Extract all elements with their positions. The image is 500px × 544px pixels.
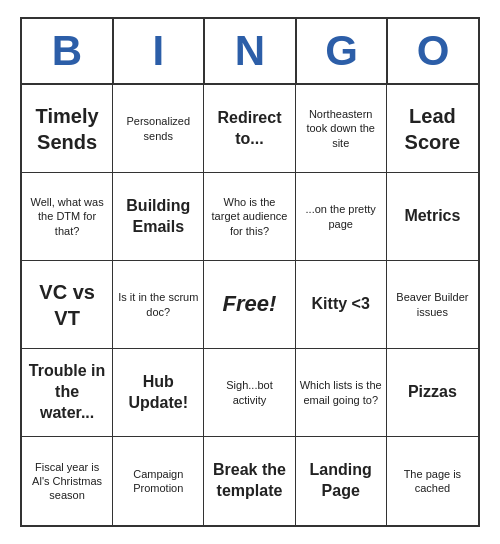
- bingo-cell-12: Free!: [204, 261, 295, 349]
- bingo-cell-20: Fiscal year is Al's Christmas season: [22, 437, 113, 525]
- bingo-cell-23: Landing Page: [296, 437, 387, 525]
- bingo-cell-6: Building Emails: [113, 173, 204, 261]
- bingo-cell-14: Beaver Builder issues: [387, 261, 478, 349]
- bingo-cell-0: Timely Sends: [22, 85, 113, 173]
- bingo-cell-21: Campaign Promotion: [113, 437, 204, 525]
- bingo-cell-13: Kitty <3: [296, 261, 387, 349]
- bingo-grid: Timely SendsPersonalized sendsRedirect t…: [22, 85, 478, 525]
- bingo-cell-24: The page is cached: [387, 437, 478, 525]
- header-letter-B: B: [22, 19, 114, 85]
- bingo-cell-9: Metrics: [387, 173, 478, 261]
- bingo-cell-2: Redirect to...: [204, 85, 295, 173]
- bingo-cell-4: Lead Score: [387, 85, 478, 173]
- bingo-cell-1: Personalized sends: [113, 85, 204, 173]
- bingo-cell-7: Who is the target audience for this?: [204, 173, 295, 261]
- header-letter-O: O: [388, 19, 478, 85]
- bingo-header: BINGO: [22, 19, 478, 85]
- bingo-card: BINGO Timely SendsPersonalized sendsRedi…: [20, 17, 480, 527]
- bingo-cell-18: Which lists is the email going to?: [296, 349, 387, 437]
- bingo-cell-17: Sigh...bot activity: [204, 349, 295, 437]
- bingo-cell-19: Pizzas: [387, 349, 478, 437]
- bingo-cell-5: Well, what was the DTM for that?: [22, 173, 113, 261]
- bingo-cell-3: Northeastern took down the site: [296, 85, 387, 173]
- bingo-cell-8: ...on the pretty page: [296, 173, 387, 261]
- bingo-cell-16: Hub Update!: [113, 349, 204, 437]
- bingo-cell-10: VC vs VT: [22, 261, 113, 349]
- bingo-cell-15: Trouble in the water...: [22, 349, 113, 437]
- header-letter-I: I: [114, 19, 206, 85]
- header-letter-N: N: [205, 19, 297, 85]
- bingo-cell-22: Break the template: [204, 437, 295, 525]
- bingo-cell-11: Is it in the scrum doc?: [113, 261, 204, 349]
- header-letter-G: G: [297, 19, 389, 85]
